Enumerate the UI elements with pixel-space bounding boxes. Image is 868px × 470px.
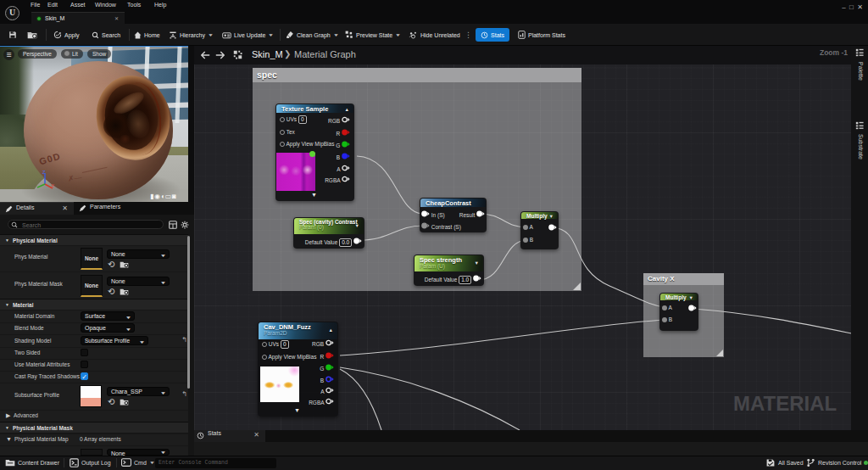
svg-text:X: X — [51, 183, 54, 188]
svg-text:Z: Z — [42, 170, 46, 175]
